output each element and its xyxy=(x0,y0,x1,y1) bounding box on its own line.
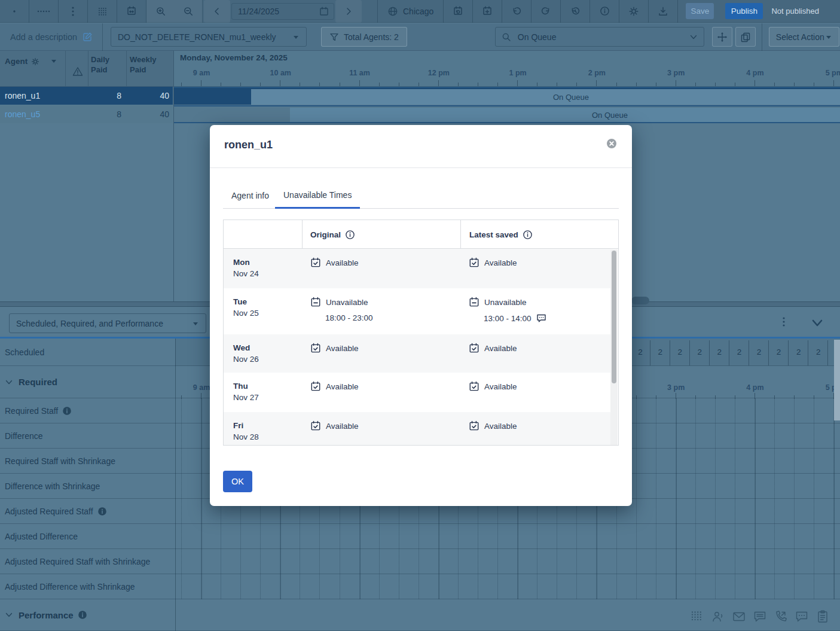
on-queue-bar[interactable]: On Queue xyxy=(290,108,840,122)
scheduled-cell[interactable]: 2 xyxy=(768,340,789,365)
schedule-row: On Queue xyxy=(173,87,840,105)
chevron-down-icon[interactable] xyxy=(5,379,13,386)
select-action-button[interactable]: Select Action xyxy=(769,27,839,47)
comment-icon[interactable] xyxy=(536,313,546,323)
workitem-icon[interactable] xyxy=(814,608,832,626)
on-queue-bar[interactable]: On Queue xyxy=(251,89,840,105)
scheduled-cell[interactable]: 2 xyxy=(729,340,749,365)
bottom-kebab-icon[interactable] xyxy=(782,316,786,327)
chevron-down-icon[interactable] xyxy=(689,33,698,41)
add-description[interactable]: Add a description xyxy=(0,23,103,51)
save-button[interactable]: Save xyxy=(686,3,714,19)
table-scrollbar-thumb[interactable] xyxy=(612,251,616,383)
scheduled-cell[interactable]: 2 xyxy=(630,340,650,365)
info-icon[interactable] xyxy=(97,507,107,516)
info-icon[interactable] xyxy=(523,230,533,240)
copy-schedule-icon[interactable] xyxy=(735,27,756,47)
tab-agent-info[interactable]: Agent info xyxy=(223,182,277,209)
time-tick xyxy=(656,83,656,86)
zoom-in-button[interactable] xyxy=(146,0,175,23)
day-name: Mon xyxy=(233,258,302,267)
metric-label: Adjusted Required Staff xyxy=(5,507,93,516)
email-icon[interactable] xyxy=(730,608,748,626)
daily-paid-value: 8 xyxy=(88,109,121,119)
menu-dot-icon[interactable] xyxy=(0,0,29,23)
time-tick xyxy=(399,83,399,86)
close-icon[interactable] xyxy=(606,138,617,149)
calendar-check-icon xyxy=(469,257,479,268)
time-tick xyxy=(280,80,280,86)
edit-icon[interactable] xyxy=(83,32,93,42)
prev-week-button[interactable] xyxy=(204,0,230,23)
scheduled-cell[interactable]: 2 xyxy=(670,340,690,365)
agent-activity-icon[interactable] xyxy=(709,608,727,626)
info-icon[interactable] xyxy=(62,406,72,416)
undo-icon[interactable] xyxy=(502,0,532,23)
calendar-undo-icon[interactable] xyxy=(444,0,473,23)
time-tick xyxy=(814,83,814,86)
metric-label: Adjusted Difference with Shrinkage xyxy=(5,582,135,592)
info-icon[interactable] xyxy=(345,230,355,240)
download-icon[interactable] xyxy=(649,0,678,23)
callback-icon[interactable] xyxy=(772,608,790,626)
ok-button[interactable]: OK xyxy=(223,471,252,492)
scheduled-cell[interactable]: 2 xyxy=(749,340,769,365)
metric-label: Difference xyxy=(5,431,43,441)
collapse-panel-icon[interactable] xyxy=(811,319,824,327)
message-icon[interactable] xyxy=(793,608,811,626)
caret-down-icon xyxy=(825,34,832,40)
scheduled-cell[interactable]: 2 xyxy=(808,340,828,365)
tab-unavailable-times[interactable]: Unavailable Times xyxy=(275,182,360,209)
caret-down-icon xyxy=(192,321,199,327)
activity-search-input[interactable] xyxy=(517,32,684,42)
info-icon[interactable] xyxy=(590,0,619,23)
metric-label: Difference with Shrinkage xyxy=(5,481,100,491)
agent-dialog: ronen_u1 Agent info Unavailable Times Or… xyxy=(210,125,632,506)
redo-icon[interactable] xyxy=(532,0,561,23)
day-date: Nov 26 xyxy=(233,355,302,364)
zoom-out-button[interactable] xyxy=(175,0,203,23)
publish-button[interactable]: Publish xyxy=(725,3,763,19)
next-week-button[interactable] xyxy=(335,0,362,23)
history-icon[interactable] xyxy=(561,0,590,23)
time-tick xyxy=(201,80,201,86)
agent-row[interactable]: ronen_u5840 xyxy=(0,105,173,123)
calendar-range-icon[interactable] xyxy=(117,0,146,23)
calendar-icon[interactable] xyxy=(319,7,329,16)
vertical-scrollbar[interactable] xyxy=(834,340,840,420)
agent-name[interactable]: ronen_u5 xyxy=(5,109,40,119)
column-gear-icon[interactable] xyxy=(31,57,39,66)
more-dots-icon[interactable] xyxy=(29,0,59,23)
scheduled-cell[interactable]: 2 xyxy=(788,340,808,365)
date-picker[interactable] xyxy=(231,3,334,20)
settings-gear-icon[interactable] xyxy=(619,0,649,23)
agent-name[interactable]: ronen_u1 xyxy=(5,91,40,100)
day-header: Monday, November 24, 2025 xyxy=(180,53,288,62)
date-input[interactable] xyxy=(237,6,319,17)
scheduled-cell[interactable]: 2 xyxy=(650,340,670,365)
grid-view-icon[interactable] xyxy=(88,0,117,23)
schedule-select[interactable]: DO_NOT_DELETE_RONEN_mu1_weekly xyxy=(111,27,307,47)
table-scrollbar[interactable] xyxy=(610,249,618,446)
view-selector[interactable]: Scheduled, Required, and Performance xyxy=(9,313,206,333)
calendar-add-icon[interactable] xyxy=(473,0,502,23)
grid-icon[interactable] xyxy=(688,608,706,626)
scheduled-cell[interactable]: 2 xyxy=(689,340,710,365)
kebab-menu-icon[interactable] xyxy=(59,0,88,23)
move-tool-icon[interactable] xyxy=(712,27,732,47)
schedule-row: On Queue xyxy=(173,105,840,123)
scheduled-cell[interactable]: 2 xyxy=(709,340,729,365)
agents-filter-button[interactable]: Total Agents: 2 xyxy=(321,27,407,47)
time-tick xyxy=(181,83,182,86)
splitter-grip[interactable] xyxy=(631,297,649,304)
timezone-selector[interactable]: Chicago xyxy=(377,0,444,23)
availability-row: TueNov 25Unavailable18:00 - 23:00Unavail… xyxy=(224,288,610,334)
activity-search[interactable] xyxy=(495,27,704,47)
availability-row: WedNov 26AvailableAvailable xyxy=(224,334,610,373)
caret-down-icon[interactable] xyxy=(50,58,57,64)
chat-icon[interactable] xyxy=(751,608,769,626)
timezone-label: Chicago xyxy=(403,7,433,16)
time-tick xyxy=(240,83,241,86)
agent-row[interactable]: ronen_u1840 xyxy=(0,87,173,105)
hour-label: 3 pm xyxy=(667,383,685,392)
